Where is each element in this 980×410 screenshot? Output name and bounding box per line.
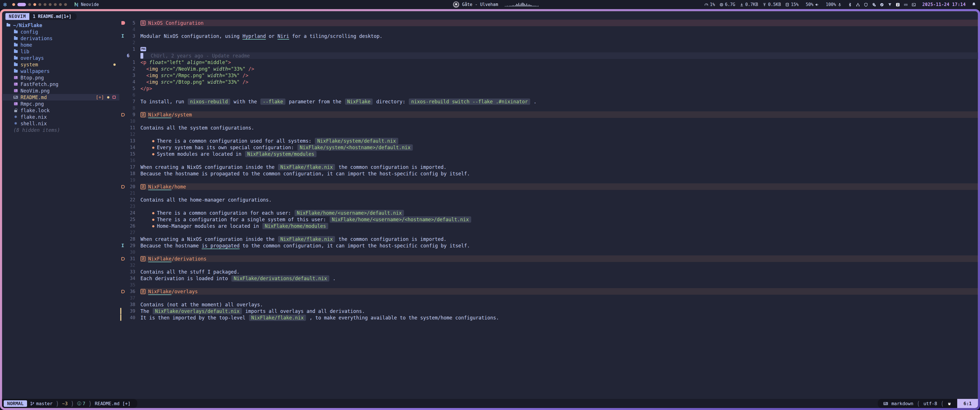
editor-line[interactable]: 28When creating a NixOS configuration in… <box>119 236 978 242</box>
editor-line[interactable]: 24 ●There is a common configuration for … <box>119 210 978 216</box>
editor-line[interactable]: 6ChUrl, 2 years ago - Update readme <box>119 52 978 59</box>
editor-line[interactable]: 35 <box>119 281 978 288</box>
editor-line[interactable]: 51NixOS Configuration <box>119 20 978 26</box>
editor-line[interactable]: 92NixFlake/system <box>119 111 978 118</box>
editor-line[interactable]: I3Modular NixOS configuration, using Hyp… <box>119 33 978 39</box>
app-title: Neovide <box>81 2 99 7</box>
buffer-indicator-icon[interactable] <box>113 96 116 99</box>
editor-line[interactable]: 10 <box>119 118 978 124</box>
link-text[interactable]: Niri <box>277 33 289 39</box>
editor-line[interactable]: 13 ●There is a common configuration used… <box>119 138 978 144</box>
workspace-dot[interactable] <box>64 3 67 6</box>
editor-line[interactable]: 37 <box>119 295 978 301</box>
editor-line[interactable]: 16 <box>119 157 978 164</box>
editor-line[interactable]: I29Because the hostname is propagated to… <box>119 242 978 249</box>
editor-line[interactable]: 15 ●System modules are located in NixFla… <box>119 151 978 157</box>
editor-line[interactable]: 14 ●Every system has its own special con… <box>119 144 978 151</box>
tree-item-shell-nix[interactable]: ❄shell.nix <box>2 120 119 127</box>
editor-line[interactable]: 33Contains all the stuff I packaged. <box>119 269 978 275</box>
workspace-dot[interactable] <box>12 3 15 6</box>
link-text[interactable]: is propagated <box>202 243 240 249</box>
editor-line[interactable]: 2 <box>119 39 978 46</box>
editor-line[interactable]: 21 <box>119 190 978 197</box>
link-text[interactable]: Hyprland <box>242 33 266 39</box>
tree-item-lib[interactable]: lib <box>2 48 119 55</box>
editor-line[interactable]: 6 <box>119 92 978 98</box>
workspace-dot[interactable] <box>38 3 41 6</box>
tree-item-flake-lock[interactable]: flake.lock <box>2 107 119 114</box>
editor-line[interactable]: 2 <img src="/NeoVim.png" width="33%" /> <box>119 65 978 72</box>
editor-line[interactable]: 4 <img src="/Btop.png" width="33%" /> <box>119 79 978 85</box>
workspace-dot[interactable] <box>59 3 62 6</box>
vpn-icon[interactable] <box>888 3 892 7</box>
tree-item-home[interactable]: home <box>2 41 119 48</box>
editor-line[interactable]: 11Contains all the system configurations… <box>119 124 978 131</box>
editor-line[interactable]: 32 <box>119 262 978 269</box>
editor-line[interactable]: 5</p> <box>119 85 978 92</box>
editor-line[interactable]: 7To install, run nixos-rebuild with the … <box>119 98 978 105</box>
editor-line[interactable]: 34Each derivation is loaded into NixFlak… <box>119 275 978 281</box>
album-art[interactable] <box>453 2 459 8</box>
tree-item-wallpapers[interactable]: wallpapers <box>2 68 119 74</box>
tree-item-derivations[interactable]: derivations <box>2 35 119 41</box>
editor-line[interactable]: 312NixFlake/derivations <box>119 256 978 262</box>
editor-line[interactable]: 30 <box>119 249 978 256</box>
terminal-icon[interactable] <box>912 3 916 7</box>
editor-line[interactable]: 202NixFlake/home <box>119 183 978 190</box>
tab-readme[interactable]: 1 README.md[1+] <box>29 13 76 20</box>
tree-item-label: NeoVim.png <box>21 88 49 94</box>
media-player-module[interactable]: Gåte - Ulveham <box>453 0 538 9</box>
heading-link[interactable]: NixFlake <box>148 184 172 190</box>
editor-line[interactable]: 3 <img src="/Rmpc.png" width="33%" /> <box>119 72 978 79</box>
sign-column <box>119 144 126 151</box>
editor-line[interactable]: 8 <box>119 105 978 111</box>
microphone-indicator[interactable]: 100% <box>826 2 842 7</box>
heading-link[interactable]: NixFlake <box>148 256 172 262</box>
heading-link[interactable]: NixFlake <box>148 289 172 294</box>
network-nodes-icon[interactable] <box>856 3 860 7</box>
editor-line[interactable]: 1PNG <box>119 46 978 52</box>
editor-line[interactable]: 18Because the hostname is propagated to … <box>119 170 978 177</box>
tree-item-flake-nix[interactable]: ❄flake.nix <box>2 114 119 120</box>
shield-icon[interactable] <box>864 3 868 7</box>
editor-line[interactable]: 40It is then imported by the top-level N… <box>119 314 978 321</box>
editor-line[interactable]: 17When creating a NixOS configuration in… <box>119 164 978 170</box>
tree-item-config[interactable]: config <box>2 29 119 35</box>
editor-line[interactable]: 39The NixFlake/overlays/default.nix impo… <box>119 308 978 314</box>
bluetooth-icon[interactable] <box>848 3 852 7</box>
heading-link[interactable]: NixFlake <box>148 112 172 118</box>
workspace-dot[interactable] <box>49 3 52 6</box>
tree-item-btop-png[interactable]: Btop.png <box>2 74 119 81</box>
tree-item-overlays[interactable]: overlays <box>2 55 119 61</box>
verified-check-icon[interactable] <box>880 3 884 7</box>
keyboard-icon[interactable] <box>904 3 908 7</box>
now-playing-title[interactable]: Gåte - Ulveham <box>462 2 498 7</box>
editor-line[interactable]: 1<p float="left" align="middle"> <box>119 59 978 65</box>
tree-item--nixflake[interactable]: ~/NixFlake <box>2 22 119 29</box>
workspace-dot[interactable] <box>44 3 46 6</box>
editor-line[interactable]: 12 <box>119 131 978 138</box>
editor-line[interactable]: 25 ●There is a configuration for a singl… <box>119 216 978 222</box>
workspace-dot[interactable] <box>54 3 57 6</box>
editor-line[interactable]: 23 <box>119 203 978 210</box>
tree-item-fastfetch-png[interactable]: FastFetch.png <box>2 81 119 87</box>
workspace-dot[interactable] <box>33 3 36 6</box>
editor-line[interactable]: 4 <box>119 26 978 33</box>
editor-line[interactable]: 22Contains all the home-manager configur… <box>119 197 978 203</box>
bell-icon[interactable] <box>972 2 976 7</box>
location-lock-icon[interactable] <box>872 3 876 7</box>
editor-line[interactable]: 19 <box>119 177 978 183</box>
editor-line[interactable]: 38Contains (not at the moment) all overl… <box>119 301 978 308</box>
zellij-icon[interactable]: Z <box>896 3 900 7</box>
editor-line[interactable]: 362NixFlake/overlays <box>119 288 978 295</box>
editor-line[interactable]: 27 <box>119 229 978 236</box>
tree-item-system[interactable]: system <box>2 61 119 68</box>
workspace-dot[interactable] <box>28 3 31 6</box>
tree-item-readme-md[interactable]: M↓README.md[+] <box>2 94 119 100</box>
line-number: 12 <box>126 132 135 137</box>
volume-indicator[interactable]: 50% <box>806 2 819 7</box>
editor-line[interactable]: 26 ●Home-Manager modules are located in … <box>119 222 978 229</box>
tree-item-neovim-png[interactable]: NeoVim.png <box>2 87 119 94</box>
tree-item-rmpc-png[interactable]: Rmpc.png <box>2 100 119 107</box>
workspace-active[interactable] <box>18 3 26 6</box>
